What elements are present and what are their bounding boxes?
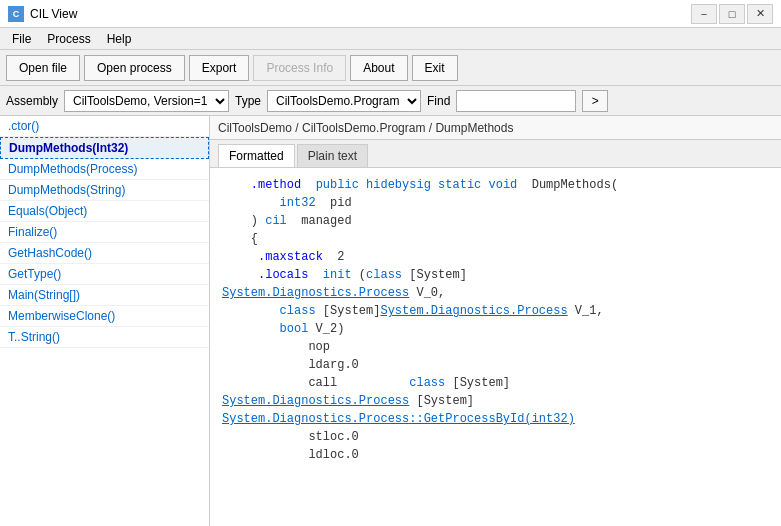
method-item-selected[interactable]: DumpMethods(Int32) bbox=[0, 137, 209, 159]
export-button[interactable]: Export bbox=[189, 55, 250, 81]
open-process-button[interactable]: Open process bbox=[84, 55, 185, 81]
code-line: ldarg.0 bbox=[222, 356, 769, 374]
minimize-button[interactable]: − bbox=[691, 4, 717, 24]
app-icon: C bbox=[8, 6, 24, 22]
code-line: nop bbox=[222, 338, 769, 356]
code-line: System.Diagnostics.Process [System] bbox=[222, 392, 769, 410]
code-line: int32 pid bbox=[222, 194, 769, 212]
filter-bar: Assembly CilToolsDemo, Version=1 Type Ci… bbox=[0, 86, 781, 116]
find-input[interactable] bbox=[456, 90, 576, 112]
code-line: call class [System] bbox=[222, 374, 769, 392]
type-select[interactable]: CilToolsDemo.Program bbox=[267, 90, 421, 112]
breadcrumb: CilToolsDemo / CilToolsDemo.Program / Du… bbox=[210, 116, 781, 140]
view-tabs: Formatted Plain text bbox=[210, 140, 781, 168]
tab-plaintext[interactable]: Plain text bbox=[297, 144, 368, 167]
open-file-button[interactable]: Open file bbox=[6, 55, 80, 81]
code-line: .maxstack 2 bbox=[222, 248, 769, 266]
maximize-button[interactable]: □ bbox=[719, 4, 745, 24]
tab-formatted[interactable]: Formatted bbox=[218, 144, 295, 167]
method-item[interactable]: T..String() bbox=[0, 327, 209, 348]
method-item[interactable]: GetHashCode() bbox=[0, 243, 209, 264]
method-item[interactable]: .ctor() bbox=[0, 116, 209, 137]
code-line: class [System]System.Diagnostics.Process… bbox=[222, 302, 769, 320]
method-item[interactable]: MemberwiseClone() bbox=[0, 306, 209, 327]
menu-file[interactable]: File bbox=[4, 30, 39, 48]
code-line: { bbox=[222, 230, 769, 248]
main-content: .ctor() DumpMethods(Int32) DumpMethods(P… bbox=[0, 116, 781, 526]
code-line: System.Diagnostics.Process::GetProcessBy… bbox=[222, 410, 769, 428]
find-label: Find bbox=[427, 94, 450, 108]
window-controls: − □ ✕ bbox=[691, 4, 773, 24]
type-label: Type bbox=[235, 94, 261, 108]
method-item[interactable]: GetType() bbox=[0, 264, 209, 285]
exit-button[interactable]: Exit bbox=[412, 55, 458, 81]
code-line: ldloc.0 bbox=[222, 446, 769, 464]
find-button[interactable]: > bbox=[582, 90, 608, 112]
code-line: ) cil managed bbox=[222, 212, 769, 230]
menu-bar: File Process Help bbox=[0, 28, 781, 50]
code-line: .method public hidebysig static void Dum… bbox=[222, 176, 769, 194]
assembly-select[interactable]: CilToolsDemo, Version=1 bbox=[64, 90, 229, 112]
right-panel: CilToolsDemo / CilToolsDemo.Program / Du… bbox=[210, 116, 781, 526]
process-info-button[interactable]: Process Info bbox=[253, 55, 346, 81]
title-bar: C CIL View − □ ✕ bbox=[0, 0, 781, 28]
code-line: System.Diagnostics.Process V_0, bbox=[222, 284, 769, 302]
method-list: .ctor() DumpMethods(Int32) DumpMethods(P… bbox=[0, 116, 210, 526]
about-button[interactable]: About bbox=[350, 55, 407, 81]
assembly-label: Assembly bbox=[6, 94, 58, 108]
method-item[interactable]: Main(String[]) bbox=[0, 285, 209, 306]
app-title: CIL View bbox=[30, 7, 691, 21]
code-line: stloc.0 bbox=[222, 428, 769, 446]
method-item[interactable]: Finalize() bbox=[0, 222, 209, 243]
code-area[interactable]: .method public hidebysig static void Dum… bbox=[210, 168, 781, 526]
close-button[interactable]: ✕ bbox=[747, 4, 773, 24]
code-line: bool V_2) bbox=[222, 320, 769, 338]
method-item[interactable]: DumpMethods(Process) bbox=[0, 159, 209, 180]
toolbar: Open file Open process Export Process In… bbox=[0, 50, 781, 86]
method-item[interactable]: Equals(Object) bbox=[0, 201, 209, 222]
code-line: .locals init (class [System] bbox=[222, 266, 769, 284]
menu-help[interactable]: Help bbox=[99, 30, 140, 48]
menu-process[interactable]: Process bbox=[39, 30, 98, 48]
method-item[interactable]: DumpMethods(String) bbox=[0, 180, 209, 201]
